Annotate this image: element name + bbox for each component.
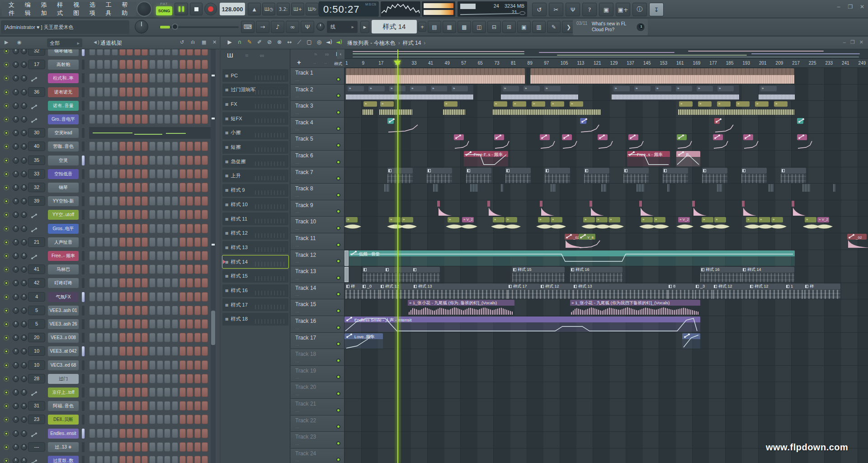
clip[interactable]: » V_2: [817, 217, 837, 232]
step-cell[interactable]: [97, 456, 103, 463]
step-cell[interactable]: [149, 319, 156, 329]
step-cell[interactable]: [187, 333, 193, 342]
step-cell[interactable]: [157, 306, 163, 315]
step-cell[interactable]: [149, 196, 156, 206]
step-cell[interactable]: [194, 401, 201, 411]
channel-name-button[interactable]: VEE3..ash 01: [48, 306, 79, 316]
step-cell[interactable]: [104, 442, 110, 452]
track-enable-led[interactable]: [336, 143, 340, 147]
channel-name-button[interactable]: VEE3..at 042: [48, 346, 79, 356]
step-cell[interactable]: [172, 101, 178, 110]
step-cell[interactable]: [112, 442, 118, 452]
channel-name-button[interactable]: 钢琴铺地: [48, 49, 79, 56]
step-cell[interactable]: [194, 306, 201, 315]
step-cell[interactable]: [89, 224, 95, 233]
step-cell[interactable]: [157, 224, 163, 233]
channel-enable-led[interactable]: [5, 159, 8, 162]
channel-volume-knob[interactable]: [21, 143, 27, 150]
pattern-item-短擦[interactable]: ▦短擦: [222, 141, 288, 154]
record-button[interactable]: [204, 3, 217, 15]
channel-enable-led[interactable]: [5, 199, 8, 203]
step-cell[interactable]: [142, 196, 148, 206]
step-cell[interactable]: [112, 210, 118, 219]
add-pattern-button[interactable]: +: [418, 22, 426, 32]
slider-thumb[interactable]: [172, 24, 178, 30]
step-cell[interactable]: [194, 456, 201, 463]
step-cell[interactable]: [104, 49, 110, 56]
minimize-button[interactable]: –: [835, 4, 843, 10]
step-cell[interactable]: [112, 49, 118, 56]
select-tool-icon[interactable]: ▢: [305, 39, 314, 47]
channel-pan-knob[interactable]: [13, 89, 19, 95]
step-cell[interactable]: [164, 196, 170, 206]
clip[interactable]: [530, 68, 680, 84]
step-cell[interactable]: [157, 387, 163, 397]
channel-volume-knob[interactable]: [21, 376, 27, 382]
step-cell[interactable]: [187, 196, 193, 206]
clip[interactable]: [505, 168, 531, 183]
step-cell[interactable]: [119, 183, 126, 192]
step-cell[interactable]: [89, 210, 95, 219]
step-cell[interactable]: [89, 265, 95, 274]
scrollbar-thumb[interactable]: [211, 311, 215, 345]
step-cell[interactable]: [97, 306, 103, 315]
help-icon[interactable]: ?: [582, 3, 597, 16]
clip[interactable]: [692, 201, 708, 216]
step-cell[interactable]: [142, 278, 148, 288]
step-cell[interactable]: [164, 292, 170, 302]
step-cell[interactable]: [187, 292, 193, 302]
step-cell[interactable]: [164, 101, 170, 110]
step-cell[interactable]: [194, 333, 201, 342]
step-cell[interactable]: [89, 401, 95, 411]
channel-pan-knob[interactable]: [13, 49, 19, 54]
clip[interactable]: » V_2: [678, 217, 698, 232]
step-cell[interactable]: [194, 114, 201, 124]
channel-name-button[interactable]: 过..13 ⧺: [48, 442, 79, 452]
step-cell[interactable]: [157, 114, 163, 124]
clip[interactable]: [702, 168, 727, 183]
channel-rack-scrollbar[interactable]: [211, 49, 216, 463]
channel-name-button[interactable]: 空灵lead: [48, 128, 79, 138]
clip[interactable]: Free..s - 频率: [627, 151, 670, 166]
step-cell[interactable]: [134, 183, 141, 192]
clip[interactable]: [433, 184, 435, 192]
clip[interactable]: 低频 - 音量: [349, 250, 795, 266]
step-cell[interactable]: [187, 114, 193, 124]
channel-volume-knob[interactable]: [21, 75, 27, 81]
clip[interactable]: [769, 184, 771, 192]
channel-enable-led[interactable]: [5, 254, 8, 258]
clip[interactable]: [717, 184, 719, 192]
track-enable-led[interactable]: [336, 342, 340, 346]
step-cell[interactable]: [104, 278, 110, 288]
step-cell[interactable]: [172, 169, 178, 179]
channel-enable-led[interactable]: [5, 131, 8, 135]
step-cell[interactable]: [179, 101, 186, 110]
track-lane-4[interactable]: [344, 118, 868, 134]
track-enable-led[interactable]: [336, 94, 340, 98]
step-cell[interactable]: [149, 333, 156, 342]
step-cell[interactable]: [112, 374, 118, 383]
step-cell[interactable]: [187, 360, 193, 370]
step-cell[interactable]: [172, 333, 178, 342]
pat-mode-label[interactable]: PAT: [157, 2, 171, 6]
track-options[interactable]: ···: [295, 244, 299, 248]
track-enable-led[interactable]: [336, 259, 340, 263]
clip[interactable]: [427, 168, 452, 183]
mute-tool-icon[interactable]: ⊗: [275, 39, 284, 47]
playback-tool-icon[interactable]: ◄): [325, 39, 334, 47]
rack-graph-icon[interactable]: ılı: [191, 39, 195, 45]
step-cell[interactable]: [187, 429, 193, 438]
step-cell[interactable]: [97, 319, 103, 329]
step-cell[interactable]: [142, 333, 148, 342]
step-cell[interactable]: [134, 387, 141, 397]
step-cell[interactable]: [104, 196, 110, 206]
clip[interactable]: [637, 184, 639, 192]
channel-volume-knob[interactable]: [21, 171, 27, 177]
clip[interactable]: 样: [804, 283, 840, 299]
step-cell[interactable]: [202, 415, 208, 424]
playlist-current-pattern[interactable]: 样式 14: [403, 40, 421, 46]
channel-name-button[interactable]: 阿福..音色: [48, 401, 79, 411]
tap-tempo-icon[interactable]: ▲: [248, 3, 261, 15]
step-cell[interactable]: [104, 387, 110, 397]
clip[interactable]: [805, 184, 807, 192]
